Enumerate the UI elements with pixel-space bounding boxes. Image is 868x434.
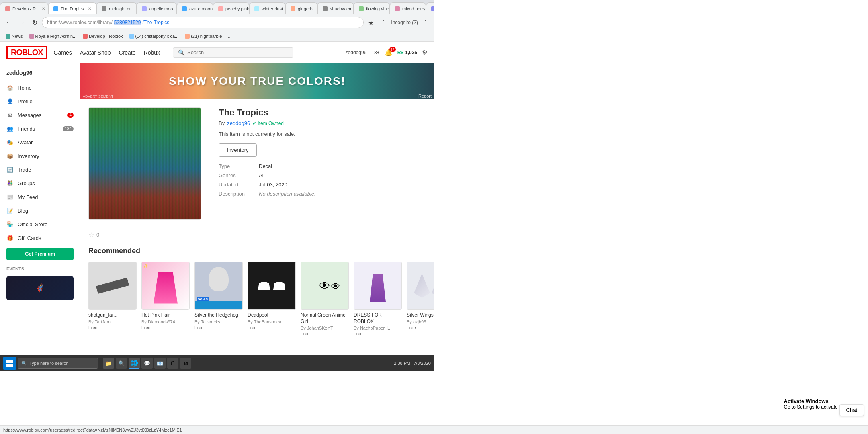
sidebar-label-blog: Blog bbox=[18, 208, 28, 214]
taskbar-app-6[interactable]: 🗒 bbox=[167, 358, 178, 369]
robux-icon: R$ bbox=[397, 50, 403, 55]
bookmark-nightbarbie[interactable]: (21) nightbarbie - T... bbox=[182, 33, 234, 39]
settings-icon[interactable]: ⚙ bbox=[422, 49, 428, 56]
sidebar-item-my-feed[interactable]: 📰 My Feed bbox=[0, 190, 80, 204]
taskbar-app-1[interactable]: 📁 bbox=[103, 358, 114, 369]
username-label: zeddog96 bbox=[346, 50, 367, 55]
sidebar-item-messages[interactable]: ✉ Messages 4 bbox=[0, 108, 80, 122]
creator-link[interactable]: zeddog96 bbox=[227, 120, 250, 126]
search-input[interactable] bbox=[187, 49, 288, 55]
sidebar-item-blog[interactable]: 📝 Blog bbox=[0, 204, 80, 217]
bookmark-icon-2 bbox=[29, 34, 34, 39]
rec-item-deadpool[interactable]: Deadpool By TheBansheea... Free bbox=[248, 262, 296, 336]
sidebar-item-profile[interactable]: 👤 Profile bbox=[0, 94, 80, 108]
taskbar-app-4[interactable]: 💬 bbox=[141, 358, 153, 369]
tab-favicon-8 bbox=[291, 6, 295, 11]
tab-code[interactable]: code break... ✕ bbox=[426, 2, 434, 14]
menu-button[interactable]: ⋮ bbox=[378, 17, 389, 28]
events-banner[interactable]: 🦸 bbox=[6, 276, 74, 300]
taskbar-app-icon-1: 📁 bbox=[105, 360, 112, 366]
tab-tropics[interactable]: The Tropics ✕ bbox=[48, 2, 96, 14]
get-premium-button[interactable]: Get Premium bbox=[6, 248, 74, 260]
rec-item-hotpink[interactable]: ✨ Hot Pink Hair By Diamonds974 Free bbox=[141, 262, 190, 336]
tab-label-8: gingerb... bbox=[298, 6, 316, 11]
sidebar-item-inventory[interactable]: 📦 Inventory bbox=[0, 149, 80, 163]
bookmark-label: News bbox=[12, 34, 23, 39]
bookmark-news[interactable]: News bbox=[3, 33, 25, 39]
sidebar-item-official-store[interactable]: 🏪 Official Store bbox=[0, 217, 80, 231]
tab-favicon-10 bbox=[359, 6, 364, 11]
groups-icon: 👫 bbox=[6, 180, 14, 187]
tab-peachy[interactable]: peachy pink ✕ bbox=[213, 2, 249, 14]
sidebar-item-gift-cards[interactable]: 🎁 Gift Cards bbox=[0, 231, 80, 245]
tab-flowing[interactable]: flowing vine... ✕ bbox=[354, 2, 390, 14]
sidebar-item-trade[interactable]: 🔄 Trade bbox=[0, 163, 80, 176]
ad-report-link[interactable]: Report bbox=[418, 94, 432, 98]
taskbar-app-5[interactable]: 📧 bbox=[154, 358, 166, 369]
taskbar-date: 7/3/2020 bbox=[414, 361, 431, 366]
meta-genres: Genres All bbox=[219, 172, 434, 178]
inventory-button[interactable]: Inventory bbox=[219, 143, 257, 157]
rec-item-silver[interactable]: SONIC Silver the Hedgehog By Tailsrocks … bbox=[194, 262, 243, 336]
taskbar-search[interactable]: 🔍 Type here to search bbox=[18, 358, 98, 369]
tab-label-9: shadow em... bbox=[330, 6, 354, 11]
sidebar-item-avatar[interactable]: 🎭 Avatar bbox=[0, 135, 80, 149]
tab-winter[interactable]: winter dust ✕ bbox=[249, 2, 285, 14]
tab-azure[interactable]: azure moon ✕ bbox=[177, 2, 213, 14]
start-button[interactable] bbox=[3, 357, 16, 370]
tab-label-active: The Tropics bbox=[61, 6, 84, 11]
forward-button[interactable]: → bbox=[16, 17, 27, 28]
reload-button[interactable]: ↻ bbox=[29, 17, 40, 28]
type-label: Type bbox=[219, 163, 259, 169]
search-bar[interactable]: 🔍 bbox=[173, 47, 293, 58]
tab-favicon bbox=[5, 6, 10, 11]
item-title: The Tropics bbox=[219, 107, 268, 118]
sidebar-item-home[interactable]: 🏠 Home bbox=[0, 81, 80, 94]
taskbar-app-chrome[interactable]: 🌐 bbox=[129, 358, 140, 369]
tab-ginger[interactable]: gingerb... ✕ bbox=[285, 2, 317, 14]
sidebar-item-groups[interactable]: 👫 Groups bbox=[0, 176, 80, 190]
bookmark-label-5: (21) nightbarbie - T... bbox=[191, 34, 231, 39]
nav-robux[interactable]: Robux bbox=[144, 48, 160, 57]
rec-image-dress bbox=[354, 262, 402, 310]
rec-item-wings[interactable]: Silver Wings By akjb95 Free bbox=[407, 262, 434, 336]
rec-item-dress[interactable]: DRESS FOR ROBLOX By NachoPaperH... Free bbox=[354, 262, 402, 336]
sidebar-label-profile: Profile bbox=[18, 98, 33, 104]
tab-angelic[interactable]: angelic moo... ✕ bbox=[137, 2, 177, 14]
by-label: By bbox=[219, 120, 225, 126]
incognito-more-button[interactable]: ⋮ bbox=[420, 17, 431, 28]
taskbar-app-7[interactable]: 🖥 bbox=[180, 358, 191, 369]
notification-icon[interactable]: 🔔27 bbox=[385, 49, 393, 56]
tab-develop[interactable]: Develop - R... ✕ bbox=[0, 2, 48, 14]
rec-item-shotgun[interactable]: shotgun_lar... By TartJam Free bbox=[88, 262, 137, 336]
bookmark-royale[interactable]: Royale High Admin... bbox=[27, 33, 79, 39]
browser-frame: Develop - R... ✕ The Tropics ✕ midnight … bbox=[0, 0, 434, 42]
bookmark-button[interactable]: ★ bbox=[365, 17, 377, 28]
taskbar-app-2[interactable]: 🔍 bbox=[116, 358, 127, 369]
address-highlight: 5280821529 bbox=[114, 20, 141, 25]
tab-label: Develop - R... bbox=[12, 6, 39, 11]
tab-midnight[interactable]: midnight dr... ✕ bbox=[96, 2, 137, 14]
tab-mixed[interactable]: mixed berry ✕ bbox=[390, 2, 426, 14]
bookmark-cristalpony[interactable]: (14) cristalpony x ca... bbox=[127, 33, 181, 39]
nav-avatar-shop[interactable]: Avatar Shop bbox=[80, 48, 111, 57]
robux-display[interactable]: R$ 1,035 bbox=[397, 50, 417, 55]
rec-name-dress: DRESS FOR ROBLOX bbox=[354, 312, 402, 325]
bookmark-develop[interactable]: Develop - Roblox bbox=[80, 33, 125, 39]
sidebar-item-friends[interactable]: 👥 Friends 184 bbox=[0, 122, 80, 135]
rating-row: ☆ 0 🐦 bbox=[88, 225, 434, 239]
nav-create[interactable]: Create bbox=[119, 48, 135, 57]
tab-close[interactable]: ✕ bbox=[42, 6, 45, 11]
nav-games[interactable]: Games bbox=[54, 48, 72, 57]
tab-shadow[interactable]: shadow em... ✕ bbox=[317, 2, 354, 14]
address-bar[interactable]: https://www.roblox.com/library/528082152… bbox=[42, 17, 364, 28]
tab-favicon-12 bbox=[431, 6, 434, 11]
chrome-icon: 🌐 bbox=[130, 359, 138, 367]
star-icon[interactable]: ☆ bbox=[88, 231, 94, 239]
tab-label-11: mixed berry bbox=[402, 6, 425, 11]
tab-close-active[interactable]: ✕ bbox=[88, 6, 91, 11]
sidebar-username: zeddog96 bbox=[0, 68, 80, 81]
roblox-logo[interactable]: ROBLOX bbox=[6, 46, 47, 59]
back-button[interactable]: ← bbox=[3, 17, 14, 28]
rec-item-green-anime[interactable]: 👁 👁 Normal Green Anime Girl By JohanSKoY… bbox=[301, 262, 349, 336]
